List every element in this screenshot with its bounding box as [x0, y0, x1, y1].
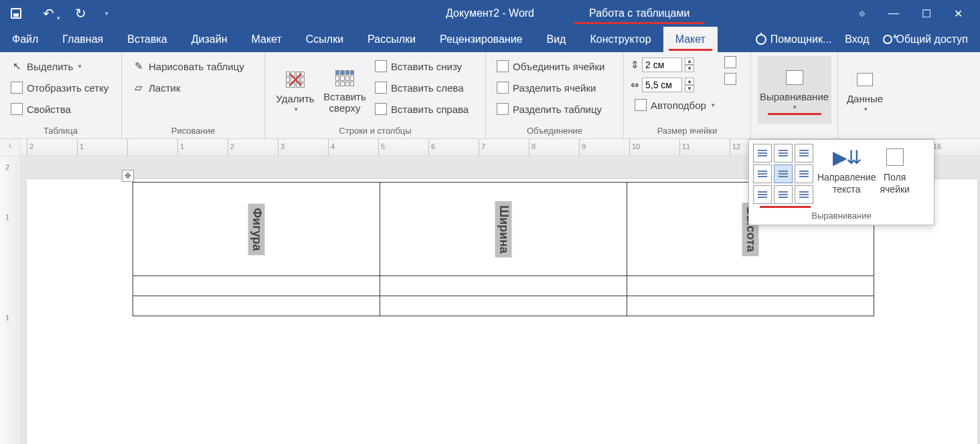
table-cell[interactable]	[380, 276, 627, 296]
split-cells-icon	[497, 82, 509, 94]
tab-review[interactable]: Рецензирование	[428, 27, 535, 52]
insert-below-icon	[375, 60, 387, 72]
delete-x-icon	[286, 70, 305, 89]
align-top-center[interactable]	[774, 144, 793, 162]
table-cell[interactable]	[380, 296, 627, 316]
align-top-right[interactable]	[795, 144, 813, 162]
group-cell-size: ⇕▲▼ ⇔▲▼ Автоподбор▾ Размер ячейки	[624, 52, 751, 138]
chevron-down-icon[interactable]: ▾	[57, 15, 60, 21]
select-button[interactable]: ↖Выделить▾	[7, 56, 112, 76]
tab-mailings[interactable]: Рассылки	[355, 27, 428, 52]
table-cell[interactable]: Фигура	[133, 183, 380, 276]
group-label: Размер ячейки	[631, 124, 744, 138]
insert-below-button[interactable]: Вставить снизу	[371, 56, 473, 76]
spinner-buttons[interactable]: ▲▼	[685, 78, 694, 92]
row-height-input[interactable]: ⇕▲▼	[631, 56, 719, 74]
table-cell[interactable]	[133, 276, 380, 296]
popup-group-label: Выравнивание	[753, 208, 930, 222]
cmd-label: Отобразить сетку	[27, 82, 108, 94]
alignment-popup: ▶⇊ Направление текста Поля ячейки Выравн…	[748, 139, 934, 225]
insert-left-button[interactable]: Вставить слева	[371, 78, 473, 98]
sign-in-button[interactable]: Вход	[845, 33, 869, 45]
tab-view[interactable]: Вид	[534, 27, 578, 52]
distribute-rows-button[interactable]	[724, 56, 736, 70]
view-gridlines-button[interactable]: Отобразить сетку	[7, 78, 112, 98]
table-tools-context-tab[interactable]: Работа с таблицами	[574, 0, 704, 27]
table-cell[interactable]	[133, 296, 380, 316]
redo-button[interactable]: ↻	[64, 0, 96, 27]
chevron-down-icon: ▾	[712, 102, 715, 108]
alignment-dropdown[interactable]: Выравнивание ▾	[758, 56, 831, 124]
save-button[interactable]	[0, 0, 32, 27]
undo-button[interactable]: ↶▾	[32, 0, 64, 27]
cmd-label: Выравнивание	[760, 91, 829, 102]
cmd-label: Автоподбор	[651, 100, 706, 111]
maximize-button[interactable]: ☐	[922, 7, 931, 20]
data-dropdown[interactable]: Данные▾	[845, 56, 885, 124]
cell-margins-button[interactable]: Поля ячейки	[880, 144, 909, 195]
tab-home[interactable]: Главная	[50, 27, 115, 52]
minimize-button[interactable]: —	[888, 7, 899, 19]
insert-right-button[interactable]: Вставить справа	[371, 99, 473, 119]
distribute-columns-button[interactable]	[724, 73, 736, 87]
spinner-buttons[interactable]: ▲▼	[685, 58, 694, 72]
cmd-label: Вставить справа	[391, 104, 469, 115]
split-cells-button[interactable]: Разделить ячейки	[493, 78, 608, 98]
cmd-label: ячейки	[880, 184, 909, 195]
insert-above-icon	[335, 70, 354, 86]
table-cell[interactable]	[627, 276, 874, 296]
align-bottom-right[interactable]	[795, 185, 813, 204]
align-middle-left[interactable]	[753, 164, 772, 183]
merge-cells-button[interactable]: Объединить ячейки	[493, 56, 608, 76]
cell-header: Ширина	[495, 201, 512, 257]
red-underline	[669, 49, 712, 51]
column-width-input[interactable]: ⇔▲▼	[631, 76, 719, 94]
table-row[interactable]	[133, 296, 874, 316]
width-icon: ⇔	[631, 79, 639, 91]
close-button[interactable]: ✕	[954, 7, 963, 20]
properties-button[interactable]: Свойства	[7, 99, 112, 119]
table-row[interactable]	[133, 276, 874, 296]
align-bottom-left[interactable]	[753, 185, 772, 204]
split-table-button[interactable]: Разделить таблицу	[493, 99, 608, 119]
tab-insert[interactable]: Вставка	[115, 27, 179, 52]
table-move-handle[interactable]: ✥	[122, 170, 134, 182]
table-cell[interactable]: Ширина	[380, 183, 627, 276]
ruler-corner[interactable]: └	[0, 139, 20, 156]
cmd-label: Вставить снизу	[391, 61, 462, 72]
insert-right-icon	[375, 103, 387, 115]
alignment-icon	[786, 70, 803, 85]
insert-above-button[interactable]: Вставить сверху	[321, 56, 368, 124]
align-middle-right[interactable]	[795, 164, 813, 183]
data-icon	[857, 73, 873, 86]
autofit-button[interactable]: Автоподбор▾	[631, 96, 719, 114]
height-value[interactable]	[642, 58, 682, 72]
align-middle-center[interactable]	[774, 164, 793, 183]
tab-references[interactable]: Ссылки	[294, 27, 355, 52]
share-button[interactable]: Общий доступ	[883, 33, 969, 45]
tab-table-layout[interactable]: Макет	[663, 27, 718, 52]
eraser-icon: ▱	[133, 82, 145, 94]
vertical-ruler[interactable]: 211	[0, 156, 20, 444]
delete-button[interactable]: Удалить▾	[272, 56, 319, 124]
qat-customize[interactable]: ▾	[96, 0, 116, 27]
table-cell[interactable]	[627, 296, 874, 316]
ribbon-display-button[interactable]: ⟐	[859, 7, 866, 19]
eraser-button[interactable]: ▱Ластик	[129, 78, 248, 98]
tab-design[interactable]: Дизайн	[179, 27, 240, 52]
tab-table-design[interactable]: Конструктор	[578, 27, 663, 52]
draw-table-button[interactable]: ✎Нарисовать таблицу	[129, 56, 248, 76]
width-value[interactable]	[642, 78, 682, 92]
pencil-icon: ✎	[133, 60, 145, 72]
tab-layout[interactable]: Макет	[240, 27, 294, 52]
align-bottom-center[interactable]	[774, 185, 793, 204]
tab-file[interactable]: Файл	[0, 27, 50, 52]
cmd-label: Объединить ячейки	[513, 61, 604, 72]
text-direction-button[interactable]: ▶⇊ Направление текста	[817, 144, 876, 195]
tell-me-search[interactable]: Помощник...	[756, 33, 832, 45]
group-merge: Объединить ячейки Разделить ячейки Разде…	[486, 52, 624, 138]
align-top-left[interactable]	[753, 144, 772, 162]
properties-icon	[11, 103, 23, 115]
chevron-down-icon: ▾	[793, 104, 797, 110]
group-draw: ✎Нарисовать таблицу ▱Ластик Рисование	[122, 52, 265, 138]
